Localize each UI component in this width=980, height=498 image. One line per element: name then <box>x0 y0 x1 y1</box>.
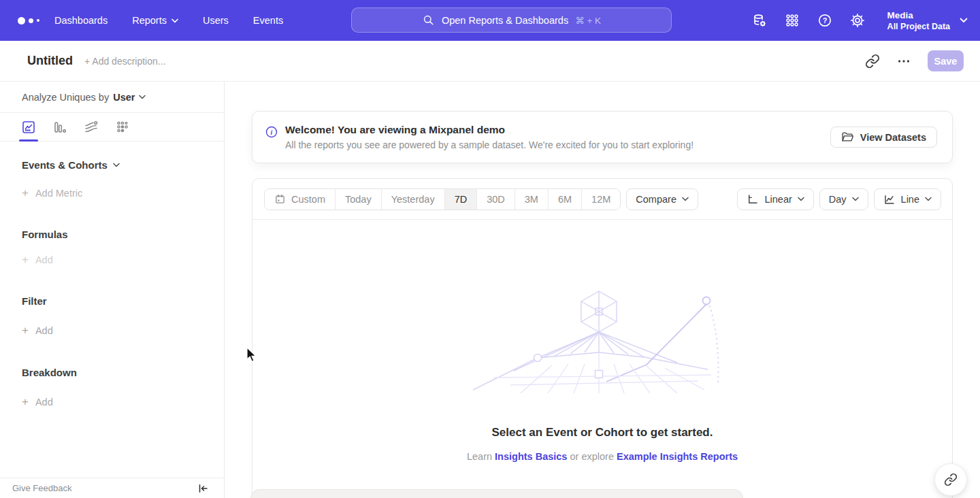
floating-copy-link-button[interactable] <box>934 463 967 496</box>
date-range-yesterday[interactable]: Yesterday <box>382 189 445 210</box>
date-range-label: Today <box>345 194 372 205</box>
linear-scale-icon <box>747 193 759 205</box>
query-sidebar: Analyze Uniques by User <box>0 82 225 498</box>
date-range-today[interactable]: Today <box>336 189 382 210</box>
give-feedback-link[interactable]: Give Feedback <box>12 483 71 493</box>
nav-dashboards[interactable]: Dashboards <box>54 15 108 26</box>
data-management-icon[interactable] <box>751 12 768 29</box>
info-icon: i <box>265 125 278 139</box>
top-nav: Dashboards Reports Users Events Open Rep… <box>0 0 980 41</box>
nav-events[interactable]: Events <box>253 15 283 26</box>
date-range-label: 30D <box>487 194 505 205</box>
main-content: i Welcome! You are viewing a Mixpanel de… <box>225 82 980 498</box>
date-range-label: 12M <box>591 194 610 205</box>
chevron-down-icon <box>852 197 859 201</box>
nav-label: Dashboards <box>54 15 108 26</box>
add-breakdown-button[interactable]: + Add <box>0 397 224 408</box>
view-datasets-label: View Datasets <box>860 132 926 143</box>
global-search[interactable]: Open Reports & Dashboards ⌘ + K <box>351 7 672 33</box>
report-actions: Save <box>865 50 964 71</box>
demo-welcome-banner: i Welcome! You are viewing a Mixpanel de… <box>252 111 953 163</box>
report-description-placeholder[interactable]: + Add description... <box>84 56 165 67</box>
banner-subtitle: All the reports you see are powered by a… <box>285 139 693 150</box>
chevron-down-icon <box>798 197 804 201</box>
save-button[interactable]: Save <box>928 50 964 71</box>
chevron-down-icon <box>960 18 968 23</box>
line-chart-icon <box>883 193 896 205</box>
chevron-down-icon <box>113 163 120 167</box>
link-icon <box>944 473 958 486</box>
search-placeholder: Open Reports & Dashboards <box>442 15 568 26</box>
compare-button[interactable]: Compare <box>626 188 698 210</box>
date-range-label: 3M <box>525 194 538 205</box>
filter-header: Filter <box>0 295 224 307</box>
help-icon[interactable]: ? <box>817 12 833 29</box>
report-header: Untitled + Add description... Save <box>0 41 980 82</box>
add-filter-button[interactable]: + Add <box>0 325 224 336</box>
example-reports-link[interactable]: Example Insights Reports <box>617 451 738 462</box>
nav-links: Dashboards Reports Users Events <box>54 15 283 26</box>
nav-reports[interactable]: Reports <box>132 15 178 26</box>
breakdown-header: Breakdown <box>0 367 224 378</box>
events-cohorts-label: Events & Cohorts <box>22 159 108 171</box>
collapse-sidebar-icon[interactable] <box>197 482 209 495</box>
formulas-header: Formulas <box>0 229 224 240</box>
tab-insights-line[interactable] <box>19 114 38 140</box>
copy-link-icon[interactable] <box>865 54 880 69</box>
bottom-drawer-peek[interactable] <box>250 489 743 498</box>
events-cohorts-header[interactable]: Events & Cohorts <box>0 159 224 171</box>
date-range-6m[interactable]: 6M <box>549 189 582 210</box>
date-range-12m[interactable]: 12M <box>582 189 620 210</box>
top-nav-right: ? Media All Project Data <box>751 0 968 41</box>
or-explore-text: or explore <box>570 451 613 462</box>
chevron-down-icon <box>925 197 932 201</box>
add-formula-label: Add <box>35 254 53 265</box>
more-options-icon[interactable] <box>896 54 911 69</box>
chevron-down-icon <box>172 18 178 23</box>
tab-bar-chart[interactable] <box>50 114 69 140</box>
search-shortcut: ⌘ + K <box>575 15 601 26</box>
insights-basics-link[interactable]: Insights Basics <box>495 451 567 462</box>
banner-title: Welcome! You are viewing a Mixpanel demo <box>285 124 693 136</box>
settings-gear-icon[interactable] <box>849 12 866 29</box>
chevron-down-icon <box>682 197 689 201</box>
add-breakdown-label: Add <box>35 397 53 408</box>
empty-state-links: Learn Insights Basics or explore Example… <box>467 451 738 462</box>
svg-text:?: ? <box>822 16 827 24</box>
logo-dot-icon <box>29 18 33 23</box>
add-formula-button[interactable]: + Add <box>0 254 224 265</box>
nav-label: Events <box>253 15 283 26</box>
apps-grid-icon[interactable] <box>784 12 800 29</box>
tab-retention[interactable] <box>113 114 132 140</box>
flows-tab-icon <box>83 119 99 135</box>
svg-text:i: i <box>271 129 273 136</box>
visualization-tabs <box>0 113 224 142</box>
chart-type-dropdown[interactable]: Line <box>874 188 941 210</box>
date-range-label: 7D <box>455 194 468 205</box>
add-metric-button[interactable]: + Add Metric <box>0 188 224 199</box>
empty-state: Select an Event or Cohort to get started… <box>252 220 952 462</box>
date-range-3m[interactable]: 3M <box>515 189 549 210</box>
sidebar-footer: Give Feedback <box>0 478 224 498</box>
mixpanel-logo[interactable] <box>18 17 50 24</box>
nav-users[interactable]: Users <box>203 15 229 26</box>
plus-icon: + <box>22 188 29 198</box>
date-range-30d[interactable]: 30D <box>477 189 515 210</box>
project-name: Media <box>887 10 950 21</box>
chart-toolbar: Custom Today Yesterday 7D 30D 3M 6M 12M … <box>252 179 952 220</box>
interval-label: Day <box>829 194 847 205</box>
date-range-segmented-control: Custom Today Yesterday 7D 30D 3M 6M 12M <box>264 188 621 210</box>
interval-dropdown[interactable]: Day <box>819 188 868 210</box>
scale-dropdown[interactable]: Linear <box>737 188 813 210</box>
empty-state-illustration <box>473 288 732 393</box>
view-datasets-button[interactable]: View Datasets <box>830 127 937 148</box>
date-range-7d[interactable]: 7D <box>445 189 478 210</box>
project-selector[interactable]: Media All Project Data <box>887 10 968 32</box>
search-icon <box>422 14 435 27</box>
banner-text: Welcome! You are viewing a Mixpanel demo… <box>285 124 693 150</box>
date-range-custom[interactable]: Custom <box>265 189 336 210</box>
analyze-unit-dropdown[interactable]: User <box>113 92 146 103</box>
tab-flows[interactable] <box>82 114 101 140</box>
filter-label: Filter <box>22 295 47 307</box>
report-title[interactable]: Untitled <box>27 54 73 68</box>
